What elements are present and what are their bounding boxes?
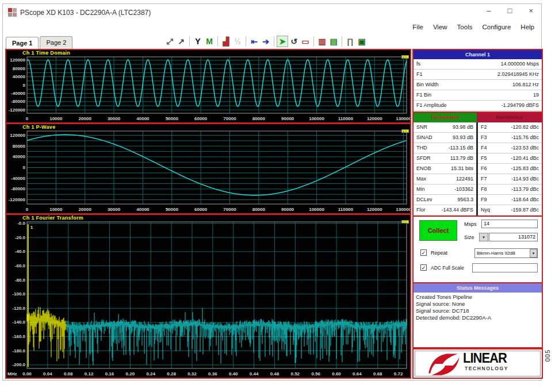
row-label: F5 bbox=[481, 153, 487, 163]
svg-text:0: 0 bbox=[23, 165, 26, 170]
status-messages-header: Status Messages bbox=[414, 283, 542, 293]
row-value: 93.93 dB bbox=[453, 133, 473, 143]
tab-page-1[interactable]: Page 1 bbox=[6, 37, 39, 49]
app-icon bbox=[8, 8, 17, 17]
fft-window-select[interactable]: Blkmn-Harris 92dB bbox=[474, 248, 538, 258]
svg-text:0.36: 0.36 bbox=[208, 371, 217, 376]
repeat-label: Repeat bbox=[431, 250, 447, 256]
svg-text:0.04: 0.04 bbox=[43, 371, 52, 376]
size-value[interactable]: 131072 bbox=[489, 233, 538, 241]
pulse-icon[interactable]: ∏ bbox=[345, 36, 356, 47]
svg-text:MHz: MHz bbox=[7, 371, 17, 376]
row-value: -125.83 dBc bbox=[511, 164, 539, 174]
row-label: F1 Amplitude bbox=[416, 101, 447, 110]
row-value: -120.41 dBc bbox=[511, 153, 539, 163]
adc-full-scale-input[interactable] bbox=[472, 263, 538, 272]
charts-area: Ch 1 Time Domain 12000080000400000-40000… bbox=[5, 49, 411, 379]
chart-canvas[interactable]: 12000080000400000-40000-80000-1200000100… bbox=[6, 50, 410, 122]
decimation-icon[interactable]: ½ bbox=[232, 36, 243, 47]
window-function-icon[interactable]: M bbox=[204, 36, 215, 47]
status-messages-box: Created Tones PipelineSignal source: Non… bbox=[414, 293, 542, 347]
menu-tools[interactable]: Tools bbox=[457, 24, 473, 30]
svg-text:-200.0: -200.0 bbox=[12, 362, 25, 367]
table-row: F6-125.83 dBc bbox=[478, 164, 542, 174]
close-button[interactable]: × bbox=[529, 6, 533, 15]
menu-view[interactable]: View bbox=[433, 24, 447, 30]
row-label: F6 bbox=[481, 164, 487, 174]
svg-text:-140.0: -140.0 bbox=[12, 320, 25, 325]
svg-text:-80000: -80000 bbox=[11, 186, 25, 191]
table-row: F8-113.79 dBc bbox=[478, 185, 542, 195]
size-dropdown-button[interactable]: ▼ bbox=[479, 233, 488, 241]
svg-text:0.28: 0.28 bbox=[167, 371, 176, 376]
svg-text:40000: 40000 bbox=[136, 116, 150, 121]
continuous-collect-icon[interactable]: ➔ bbox=[260, 36, 271, 47]
svg-text:50000: 50000 bbox=[166, 116, 179, 121]
svg-text:0.12: 0.12 bbox=[85, 371, 94, 376]
app-window: PScope XD K103 - DC2290A-A (LTC2387) – □… bbox=[2, 3, 542, 381]
status-line: Detected demobd: DC2290A-A bbox=[416, 314, 542, 321]
toolbar-separator bbox=[274, 36, 274, 47]
adc-full-scale-checkbox[interactable]: ✓ bbox=[420, 264, 427, 271]
menu-file[interactable]: File bbox=[412, 24, 423, 30]
histogram-red-icon[interactable]: ▥ bbox=[316, 36, 328, 47]
tools-icon[interactable]: ➤ bbox=[277, 36, 288, 47]
reset-icon[interactable]: ↺ bbox=[288, 36, 300, 47]
zoom-arrow-icon[interactable]: ↗ bbox=[175, 36, 187, 47]
fft-chart[interactable]: Ch 1 Fourier Transform 1-0.0-20.0-40.0-6… bbox=[6, 215, 410, 378]
svg-text:90000: 90000 bbox=[281, 116, 294, 121]
row-label: F7 bbox=[481, 174, 487, 184]
svg-text:0.00: 0.00 bbox=[22, 371, 32, 376]
row-value: -118.64 dBc bbox=[511, 195, 539, 205]
svg-text:-80000: -80000 bbox=[11, 99, 25, 104]
svg-text:120000: 120000 bbox=[10, 57, 25, 63]
pan-zoom-icon[interactable]: ⤢ bbox=[164, 36, 175, 47]
svg-text:120000: 120000 bbox=[10, 133, 25, 138]
table-row: DCLev9563.3 bbox=[414, 195, 476, 205]
menu-help[interactable]: Help bbox=[520, 24, 534, 30]
linear-technology-logo-icon bbox=[426, 351, 462, 377]
chart-canvas[interactable]: 12000080000400000-40000-80000-1200000100… bbox=[6, 124, 410, 213]
svg-text:-20.0: -20.0 bbox=[15, 235, 26, 240]
collapse-time-icon[interactable]: ⇤ bbox=[248, 36, 260, 47]
table-row: F9-118.64 dBc bbox=[478, 195, 542, 205]
msps-input[interactable]: 14 bbox=[481, 220, 538, 228]
filter-icon[interactable]: Y bbox=[192, 36, 204, 47]
table-row: F4-123.53 dBc bbox=[478, 143, 542, 153]
minimize-button[interactable]: – bbox=[487, 6, 491, 15]
row-label: SNR bbox=[416, 122, 427, 132]
maximize-button[interactable]: □ bbox=[508, 6, 512, 15]
time-domain-chart[interactable]: Ch 1 Time Domain 12000080000400000-40000… bbox=[6, 50, 410, 122]
svg-text:-60.0: -60.0 bbox=[15, 263, 26, 268]
selection-icon[interactable]: ▭ bbox=[300, 36, 311, 47]
toolbar-separator bbox=[189, 36, 190, 47]
row-value: -114.93 dBc bbox=[511, 174, 539, 184]
table-row: THD-113.15 dB bbox=[414, 143, 476, 153]
histogram-green-icon[interactable]: ▤ bbox=[328, 36, 339, 47]
export-image-icon[interactable]: ▣ bbox=[356, 36, 368, 47]
table-row: SINAD93.93 dB bbox=[414, 133, 476, 143]
svg-text:0.32: 0.32 bbox=[187, 371, 197, 376]
menu-configure[interactable]: Configure bbox=[482, 24, 511, 30]
row-label: F8 bbox=[481, 185, 487, 194]
collect-button[interactable]: Collect bbox=[419, 220, 457, 241]
channel-header: Channel 1 bbox=[414, 50, 542, 59]
row-label: Max bbox=[416, 174, 426, 184]
svg-text:0.60: 0.60 bbox=[332, 371, 341, 376]
svg-text:0.56: 0.56 bbox=[311, 371, 320, 376]
row-value: 93.98 dB bbox=[453, 122, 473, 132]
svg-text:70000: 70000 bbox=[223, 116, 236, 121]
svg-text:-0.0: -0.0 bbox=[17, 221, 25, 226]
repeat-checkbox[interactable]: ✓ bbox=[420, 249, 427, 256]
p-wave-chart[interactable]: Ch 1 P-Wave 12000080000400000-40000-8000… bbox=[6, 124, 410, 213]
row-label: Flor bbox=[416, 205, 426, 215]
menu-bar: FileViewToolsConfigureHelp bbox=[412, 24, 534, 30]
svg-text:20000: 20000 bbox=[79, 207, 92, 212]
tab-page-2[interactable]: Page 2 bbox=[40, 36, 72, 49]
chart-canvas[interactable]: 1-0.0-20.0-40.0-60.0-80.0-100.0-120.0-14… bbox=[6, 215, 410, 378]
histogram-icon[interactable]: ▟ bbox=[220, 36, 232, 47]
svg-text:1: 1 bbox=[30, 225, 33, 230]
svg-text:0.08: 0.08 bbox=[64, 371, 73, 376]
page: PScope XD K103 - DC2290A-A (LTC2387) – □… bbox=[0, 0, 555, 392]
fft-window-dropdown-button[interactable]: ▼ bbox=[530, 249, 537, 258]
